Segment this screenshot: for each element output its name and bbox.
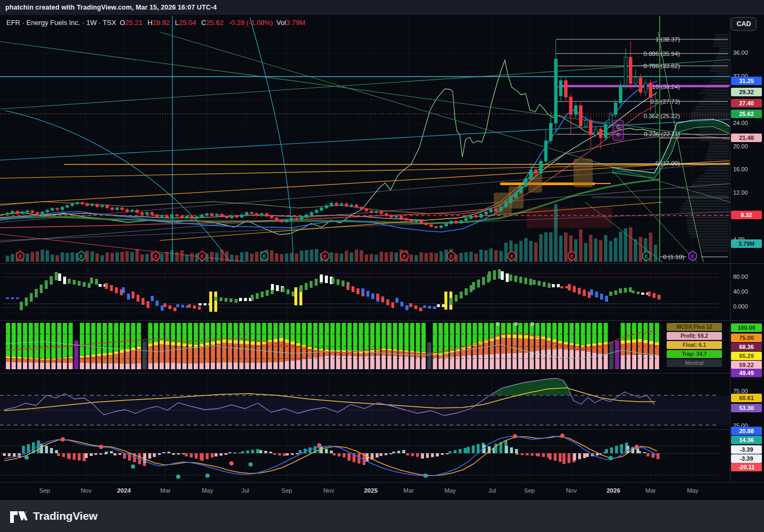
price-badge: 60.61 (731, 394, 762, 402)
symbol-title[interactable]: EFR · Energy Fuels Inc. · 1W · TSX (6, 19, 118, 27)
volume-bar (145, 254, 148, 262)
mcdx-bar-segment (467, 355, 471, 369)
volume-bar (26, 254, 29, 262)
gc-label-box[interactable] (613, 120, 624, 140)
mcdx-bar-segment (518, 335, 522, 338)
currency-toggle-button[interactable]: CAD (731, 17, 757, 31)
candle (255, 214, 258, 215)
mcdx-bar-segment (643, 355, 647, 369)
mcdx-bar-segment (251, 342, 255, 345)
candle (495, 209, 497, 211)
volume-profile-row (697, 103, 729, 105)
candle (514, 193, 517, 198)
ohlc-value: H28.92 (147, 19, 173, 27)
gc-marker: GC (613, 120, 624, 140)
tradingview-logo-icon[interactable] (10, 508, 28, 524)
mcdx-bar-segment (171, 363, 175, 369)
time-axis[interactable]: SepNov2024MarMayJulSepNov2025MarMayJulSe… (0, 483, 764, 500)
momentum-bar (538, 281, 541, 286)
momentum-bar (653, 293, 656, 298)
mcdx-legend-row[interactable]: Neutral (667, 359, 722, 367)
candle (464, 218, 467, 220)
volume-bar (185, 254, 188, 262)
mcdx-bar-segment (86, 323, 90, 355)
momentum-bar (310, 281, 313, 288)
macd-hist-bar (241, 451, 244, 453)
mcdx-d-mark: D (531, 321, 535, 327)
candle (195, 217, 198, 218)
momentum-bar (514, 276, 518, 282)
mcdx-bar-segment (376, 355, 380, 369)
symbol-info-bar[interactable]: EFR · Energy Fuels Inc. · 1W · TSX O25.2… (6, 19, 309, 27)
mcdx-bar-segment (148, 347, 153, 363)
volume-profile-row (694, 181, 729, 182)
mcdx-bar-segment (239, 340, 244, 344)
macd-hist-bar (402, 450, 405, 453)
mcdx-bar-segment (57, 323, 61, 358)
momentum-bar (151, 296, 154, 301)
candle (6, 213, 9, 214)
mcdx-bar-segment (40, 323, 44, 358)
candle (475, 216, 477, 217)
mcdx-bar-segment (564, 323, 568, 342)
mcdx-legend-row[interactable]: Float: 6.1 (667, 341, 722, 349)
mcdx-bar-segment (524, 323, 528, 335)
mcdx-bar-segment (512, 338, 517, 353)
volume-bar (395, 253, 398, 262)
candle (76, 203, 78, 204)
macd-hist-bar (358, 453, 361, 463)
mcdx-bar-segment (182, 363, 187, 369)
volume-bar (375, 255, 378, 262)
mcdx-bar-segment (359, 323, 363, 352)
macd-hist-bar (85, 453, 88, 458)
macd-hist-bar (441, 453, 444, 455)
volume-profile-row (687, 230, 729, 232)
mcdx-indicator-legend[interactable]: MCDX Plus 12Profit: 59.2Float: 6.1Trap: … (667, 323, 722, 368)
mcdx-bar-segment (92, 356, 96, 363)
chart-area[interactable]: DDD1 (38.37)0.886 (35.94)0.786 (33.82)0.… (0, 15, 764, 500)
volume-profile-row (686, 219, 729, 221)
mcdx-bar-segment (632, 355, 636, 369)
volume-profile-row (715, 37, 729, 38)
time-axis-label: 2024 (117, 487, 131, 494)
mcdx-bar-segment (86, 363, 90, 369)
svg-text:D: D (582, 170, 585, 176)
chart-canvas[interactable]: DDD1 (38.37)0.886 (35.94)0.786 (33.82)0.… (0, 15, 764, 500)
volume-bar (345, 251, 348, 262)
mcdx-bar-segment (638, 354, 642, 369)
candle (151, 212, 153, 214)
macd-sell-dot (229, 461, 234, 466)
mcdx-legend-row[interactable]: Profit: 59.2 (667, 332, 722, 340)
mcdx-bar-segment (649, 355, 653, 369)
mcdx-legend-row[interactable]: Trap: 34.7 (667, 350, 722, 358)
volume-bar (31, 252, 34, 262)
mcdx-bar-segment (342, 356, 346, 369)
momentum-bar (50, 276, 53, 285)
mcdx-bar-segment (245, 341, 249, 344)
mcdx-bar-segment (313, 351, 318, 357)
volume-bar (554, 204, 558, 262)
mcdx-legend-row[interactable]: MCDX Plus 12 (667, 323, 722, 331)
candle (171, 215, 173, 217)
mcdx-bar-segment (626, 355, 630, 369)
candle (11, 211, 14, 213)
mcdx-bar-segment (319, 349, 323, 351)
volume-profile-row (706, 170, 729, 171)
mcdx-bar-segment (69, 357, 73, 359)
mcdx-bar-segment (319, 323, 323, 349)
candle (525, 179, 527, 186)
svg-text:E: E (80, 254, 83, 259)
mcdx-d-mark: D (514, 321, 518, 327)
mcdx-bar-segment (234, 323, 238, 340)
tradingview-brand-text[interactable]: TradingView (33, 510, 97, 522)
mcdx-bar-segment (148, 363, 153, 369)
macd-hist-bar (472, 445, 475, 453)
mcdx-bar-segment (410, 323, 414, 351)
momentum-bar (82, 282, 86, 287)
candle (310, 212, 313, 214)
price-badge: 100.00 (731, 323, 762, 332)
mcdx-bar-segment (308, 349, 312, 358)
candle (320, 208, 323, 210)
volume-bar (61, 252, 64, 262)
volume-bar (464, 252, 468, 262)
